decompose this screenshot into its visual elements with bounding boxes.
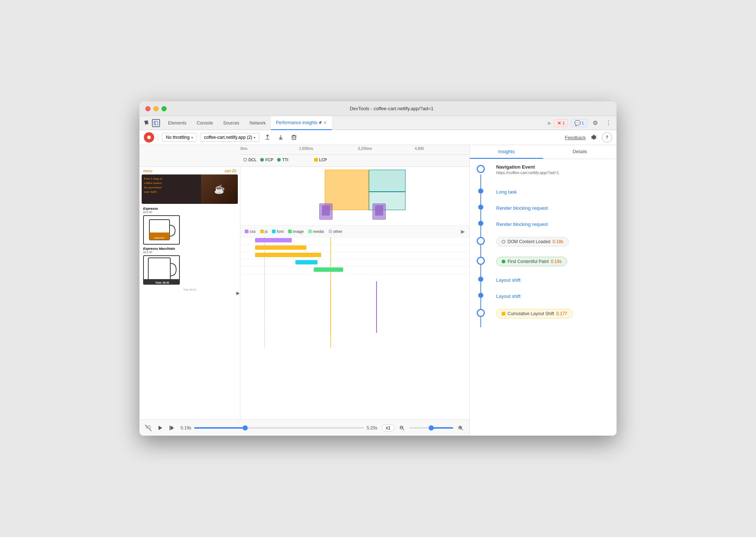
espresso-cup-image: espresso (143, 215, 180, 245)
separator (158, 134, 158, 141)
cart-label: cart (0) (225, 169, 236, 173)
chevron-down-icon-2: ▾ (254, 136, 255, 140)
devtools-window: DevTools - coffee-cart.netlify.app/?ad=1… (139, 101, 617, 436)
error-badge[interactable]: ✕ 1 (554, 119, 568, 127)
minimize-button[interactable] (153, 106, 159, 111)
rb1-content: Render blocking request (492, 201, 617, 217)
ls1-content: Layout shift (492, 273, 617, 289)
zoom-thumb[interactable] (429, 425, 434, 430)
settings-button[interactable]: ⚙ (590, 118, 600, 128)
inspect-toggle[interactable] (152, 119, 160, 127)
banner-text-area: Free 1 bag ofcoffee beansfor purchaseove… (142, 174, 201, 204)
fcp-spine (470, 253, 492, 273)
tab-console[interactable]: Console (192, 116, 218, 130)
url-label: coffee-cart.netlify.app (2) (204, 135, 252, 140)
svg-marker-16 (171, 426, 174, 430)
fcp-marker: FCP (260, 158, 273, 162)
long-task-dot (478, 188, 483, 194)
tabs-right: ✕ 1 💬 1 ⚙ ⋮ (554, 118, 614, 128)
close-button[interactable] (145, 106, 150, 111)
zoom-in-button[interactable] (456, 424, 465, 432)
play-button[interactable] (156, 424, 164, 432)
download-button[interactable] (276, 132, 286, 143)
tab-performance-insights[interactable]: Performance insights × (271, 116, 332, 130)
collapse-panel-button[interactable]: ▶ (236, 291, 240, 296)
other-legend-label: other (333, 229, 342, 234)
spine-bottom (480, 194, 481, 201)
tab-insights[interactable]: Insights (470, 145, 543, 159)
tab-network[interactable]: Network (244, 116, 271, 130)
espresso-item: Espresso $10.00 (142, 206, 238, 215)
upload-button[interactable] (262, 132, 273, 143)
time-start: 0.19s (181, 425, 191, 430)
lcp-dot (314, 158, 318, 162)
preview-banner: Free 1 bag ofcoffee beansfor purchaseove… (142, 174, 238, 204)
long-task-link[interactable]: Long task (496, 189, 517, 195)
layout-shift-1-link[interactable]: Layout shift (496, 277, 521, 283)
zoom-controls: x1 (382, 424, 465, 432)
net-bar-js-1 (255, 245, 306, 250)
feedback-link[interactable]: Feedback (565, 135, 586, 140)
record-button[interactable] (144, 132, 154, 143)
toolbar-right: Feedback ? (565, 132, 612, 143)
yellow-line-cls (330, 281, 331, 333)
maximize-button[interactable] (161, 106, 167, 111)
coffee-cup-icon: ☕ (214, 184, 225, 194)
timeline-tracks[interactable]: css js font (240, 167, 469, 419)
time-ruler: 0ms 1,600ms 3,200ms 4,800 (240, 147, 469, 155)
delete-button[interactable] (289, 132, 299, 143)
rb2-content: Render blocking request (492, 217, 617, 233)
dcl-content: DOM Content Loaded 0.18s (492, 233, 617, 253)
zoom-slider[interactable] (409, 427, 453, 429)
fcp-circle (477, 257, 485, 265)
net-row-4 (240, 259, 469, 267)
tab-elements[interactable]: Elements (163, 116, 192, 130)
preview-nav: menu cart (0) (142, 169, 238, 174)
cursor-icon[interactable] (142, 119, 150, 127)
net-row-3 (240, 252, 469, 259)
nav-circle-open (477, 165, 485, 173)
tabs-list: Elements Console Sources Network Perform… (163, 116, 545, 130)
speed-badge[interactable]: x1 (382, 424, 395, 432)
network-req-1 (319, 203, 332, 220)
net-row-1 (240, 237, 469, 245)
purple-line (376, 281, 377, 333)
skip-to-start-button[interactable] (167, 424, 176, 432)
more-options-button[interactable]: ⋮ (603, 118, 614, 128)
throttling-dropdown[interactable]: No throttling ▾ (162, 133, 197, 142)
nav-spine (470, 159, 492, 185)
nav-event-url: https://coffee-cart.netlify.app/?ad=1 (496, 170, 612, 175)
fcp-dot (260, 158, 264, 162)
lcp-label: LCP (319, 158, 327, 162)
tab-close[interactable]: × (324, 120, 327, 126)
zoom-out-button[interactable] (397, 424, 406, 432)
image-legend-label: image (293, 229, 304, 234)
help-icon[interactable]: ? (602, 132, 612, 143)
ls2-content: Layout shift (492, 289, 617, 305)
settings-icon-2[interactable] (589, 132, 599, 143)
url-dropdown[interactable]: coffee-cart.netlify.app (2) ▾ (200, 133, 260, 142)
render-blocking-2-row: Render blocking request (470, 217, 617, 233)
no-recording-icon[interactable] (144, 424, 153, 432)
svg-rect-3 (292, 136, 296, 140)
render-blocking-2-link[interactable]: Render blocking request (496, 221, 548, 227)
macchiato-cup-svg: Total: $0.00 (144, 256, 180, 285)
image-legend-dot (288, 230, 292, 233)
other-legend-dot (328, 230, 332, 233)
tab-sources[interactable]: Sources (218, 116, 244, 130)
render-blocking-1-link[interactable]: Render blocking request (496, 205, 548, 211)
insights-content[interactable]: Navigation Event https://coffee-cart.net… (470, 159, 617, 436)
playback-thumb[interactable] (243, 425, 248, 430)
track-legend: css js font (240, 226, 469, 237)
dcl-circle (477, 237, 485, 245)
expand-right-button[interactable]: ▶ (461, 228, 465, 234)
banner-image: ☕ (201, 174, 238, 204)
fcp-row: First Contentful Paint 0.19s (470, 253, 617, 273)
comment-badge[interactable]: 💬 1 (571, 119, 587, 127)
playback-slider[interactable] (194, 427, 364, 429)
more-tabs-button[interactable]: » (545, 118, 554, 128)
fcp-badge: First Contentful Paint 0.19s (496, 257, 567, 266)
tab-details[interactable]: Details (543, 145, 617, 159)
layout-shift-2-link[interactable]: Layout shift (496, 293, 521, 299)
svg-rect-0 (154, 121, 158, 125)
